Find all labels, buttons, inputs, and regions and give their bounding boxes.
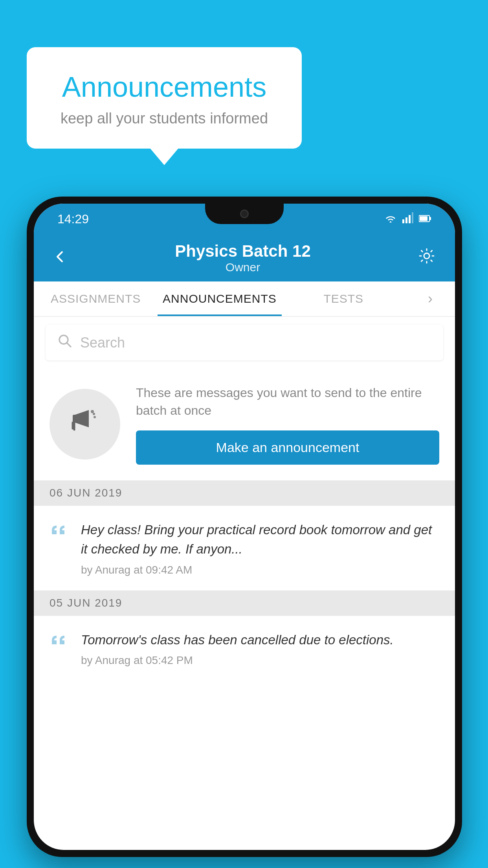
signal-icon: [402, 212, 413, 226]
speech-bubble-container: Announcements keep all your students inf…: [27, 47, 302, 149]
promo-right: These are messages you want to send to t…: [136, 384, 439, 465]
header-subtitle: Owner: [175, 261, 311, 274]
battery-icon: [419, 213, 431, 225]
status-bar: 14:29: [34, 204, 455, 234]
header-title: Physics Batch 12: [175, 242, 311, 261]
announcement-item-1[interactable]: Hey class! Bring your practical record b…: [34, 506, 455, 590]
tab-more-icon[interactable]: ›: [405, 281, 455, 316]
phone-device: 14:29: [27, 197, 462, 857]
search-placeholder: Search: [80, 335, 125, 351]
quote-icon-1: [50, 522, 67, 542]
tab-announcements[interactable]: ANNOUNCEMENTS: [158, 281, 281, 316]
settings-icon[interactable]: [418, 247, 435, 268]
wifi-icon: [384, 212, 397, 226]
svg-point-7: [424, 253, 429, 259]
tab-tests[interactable]: TESTS: [282, 281, 405, 316]
app-header: Physics Batch 12 Owner: [34, 234, 455, 281]
megaphone-icon: [67, 403, 103, 446]
svg-point-14: [93, 413, 95, 415]
make-announcement-button[interactable]: Make an announcement: [136, 430, 439, 465]
phone-content: Physics Batch 12 Owner ASSIGNMENTS ANNOU…: [34, 234, 455, 850]
svg-rect-2: [409, 215, 411, 223]
announcement-content-1: Hey class! Bring your practical record b…: [81, 520, 439, 576]
svg-point-15: [94, 416, 96, 418]
quote-icon-2: [50, 632, 67, 652]
search-icon: [57, 333, 72, 352]
announcement-text-1: Hey class! Bring your practical record b…: [81, 520, 439, 559]
announcement-meta-2: by Anurag at 05:42 PM: [81, 654, 439, 667]
status-icons: [384, 212, 431, 226]
svg-rect-5: [420, 216, 427, 221]
announcement-text-2: Tomorrow's class has been cancelled due …: [81, 630, 439, 650]
phone-notch: [205, 204, 284, 224]
phone-screen: 14:29: [34, 204, 455, 850]
svg-rect-6: [430, 217, 431, 220]
svg-rect-0: [402, 219, 404, 223]
tab-assignments[interactable]: ASSIGNMENTS: [34, 281, 158, 316]
announcement-meta-1: by Anurag at 09:42 AM: [81, 564, 439, 576]
date-separator-1: 06 JUN 2019: [34, 480, 455, 506]
announcement-icon-circle: [50, 389, 120, 460]
svg-line-9: [67, 343, 71, 347]
date-separator-2: 05 JUN 2019: [34, 590, 455, 616]
back-button[interactable]: [53, 248, 68, 268]
bubble-title: Announcements: [54, 71, 274, 103]
tab-bar: ASSIGNMENTS ANNOUNCEMENTS TESTS ›: [34, 281, 455, 317]
announcement-content-2: Tomorrow's class has been cancelled due …: [81, 630, 439, 667]
header-center: Physics Batch 12 Owner: [175, 242, 311, 274]
svg-rect-10: [73, 415, 77, 423]
svg-point-13: [91, 410, 94, 413]
scrollable-content: Search: [34, 317, 455, 850]
svg-rect-3: [412, 212, 413, 223]
status-time: 14:29: [57, 212, 89, 226]
bubble-subtitle: keep all your students informed: [54, 110, 274, 127]
camera-cutout: [240, 210, 249, 218]
speech-bubble: Announcements keep all your students inf…: [27, 47, 302, 149]
promo-description: These are messages you want to send to t…: [136, 384, 439, 419]
search-bar[interactable]: Search: [46, 325, 443, 360]
svg-rect-1: [405, 217, 407, 223]
promo-card: These are messages you want to send to t…: [34, 368, 455, 480]
announcement-item-2[interactable]: Tomorrow's class has been cancelled due …: [34, 616, 455, 681]
